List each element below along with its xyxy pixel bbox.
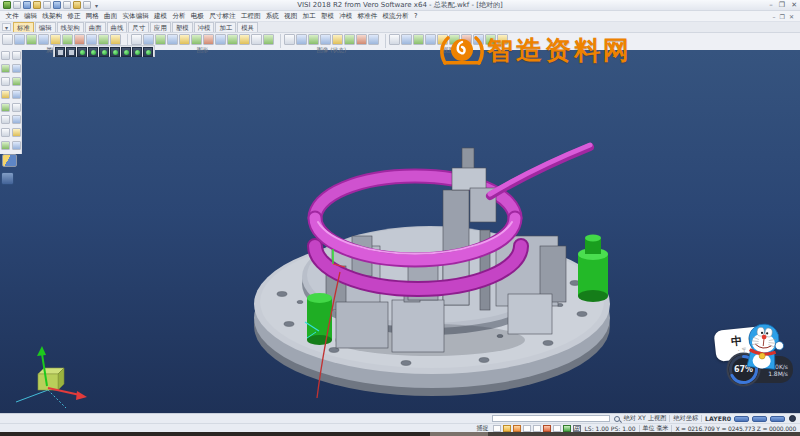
tab-tooling[interactable]: 模具 <box>237 22 258 32</box>
menu-item-edit[interactable]: 编辑 <box>21 12 39 21</box>
menu-item-mesh[interactable]: 网格 <box>83 12 101 21</box>
toolbar-icon[interactable] <box>179 34 190 45</box>
snap-icon[interactable] <box>553 425 561 432</box>
open-file-icon[interactable] <box>23 1 31 9</box>
menu-item-dimension[interactable]: 尺寸标注 <box>207 12 239 21</box>
tab-dimension[interactable]: 尺寸 <box>128 22 149 32</box>
toolbar-icon[interactable] <box>356 34 367 45</box>
snap-icon[interactable] <box>523 425 531 432</box>
view-orientation-icon[interactable] <box>99 47 109 57</box>
layer-color-chip[interactable] <box>770 416 785 422</box>
menu-item-surface[interactable]: 曲面 <box>101 12 119 21</box>
toolbar-icon[interactable] <box>38 34 49 45</box>
tab-standard[interactable]: 标准 <box>13 22 34 32</box>
view-mode-indicator[interactable]: 绝对 XY 上视图 <box>623 414 666 423</box>
menu-item-view[interactable]: 视图 <box>281 12 299 21</box>
doc-restore-button[interactable]: ❐ <box>780 13 785 20</box>
qat-dropdown-icon[interactable]: ▾ <box>95 2 98 9</box>
menu-item-drawing[interactable]: 工程图 <box>238 12 263 21</box>
print-icon[interactable] <box>53 1 61 9</box>
new-file-icon[interactable] <box>13 1 21 9</box>
snap-icon[interactable] <box>533 425 541 432</box>
snap-icon[interactable] <box>503 425 511 432</box>
toolbar-icon[interactable] <box>215 34 226 45</box>
menu-item-electrode[interactable]: 电极 <box>188 12 206 21</box>
toolbar-icon[interactable] <box>284 34 295 45</box>
toolbar-icon[interactable] <box>296 34 307 45</box>
tab-curve[interactable]: 曲线 <box>107 22 128 32</box>
view-orientation-icon[interactable] <box>77 47 87 57</box>
leftbar-icon[interactable] <box>12 51 21 60</box>
toolbar-icon[interactable] <box>308 34 319 45</box>
save-all-icon[interactable] <box>43 1 51 9</box>
toolbar-icon[interactable] <box>239 34 250 45</box>
leftbar-icon[interactable] <box>1 103 10 112</box>
coordinate-mode-indicator[interactable]: 绝对坐标 <box>673 414 698 423</box>
toolbar-icon[interactable] <box>155 34 166 45</box>
undo-icon[interactable] <box>63 1 71 9</box>
toolbar-icon[interactable] <box>98 34 109 45</box>
view-orientation-icon[interactable] <box>88 47 98 57</box>
snap-icon[interactable] <box>543 425 551 432</box>
leftbar-icon[interactable] <box>12 141 21 150</box>
view-orientation-icon[interactable] <box>143 47 153 57</box>
menu-item-mould[interactable]: 塑模 <box>318 12 336 21</box>
toolbar-icon[interactable] <box>461 34 472 45</box>
snap-icon[interactable] <box>513 425 521 432</box>
leftbar-icon[interactable] <box>12 77 21 86</box>
toolbar-icon[interactable] <box>389 34 400 45</box>
view-orientation-icon[interactable] <box>132 47 142 57</box>
save-icon[interactable] <box>33 1 41 9</box>
toolbar-icon[interactable] <box>203 34 214 45</box>
tab-edit[interactable]: 编辑 <box>35 22 56 32</box>
toolbar-icon[interactable] <box>143 34 154 45</box>
tabbar-dropdown-icon[interactable]: ▾ <box>2 23 11 31</box>
menu-item-flow-analysis[interactable]: 模流分析 <box>380 12 412 21</box>
restore-button[interactable]: ❐ <box>779 1 785 10</box>
viewport-3d[interactable] <box>0 50 800 413</box>
leftbar-icon[interactable] <box>12 103 21 112</box>
toolbar-icon[interactable] <box>191 34 202 45</box>
tab-progress[interactable]: 冲模 <box>194 22 215 32</box>
layer-color-chip[interactable] <box>734 416 749 422</box>
menu-item-modify[interactable]: 修正 <box>65 12 83 21</box>
tab-application[interactable]: 应用 <box>150 22 171 32</box>
toolbar-icon[interactable] <box>437 34 448 45</box>
toolbar-icon[interactable] <box>425 34 436 45</box>
toolbar-icon[interactable] <box>263 34 274 45</box>
menu-item-standard-parts[interactable]: 标准件 <box>355 12 380 21</box>
toolbar-icon[interactable] <box>26 34 37 45</box>
help-icon[interactable] <box>83 1 91 9</box>
leftbar-icon[interactable] <box>1 64 10 73</box>
toolbar-icon[interactable] <box>497 34 508 45</box>
leftbar-icon[interactable] <box>12 115 21 124</box>
toolbar-icon[interactable] <box>332 34 343 45</box>
minimize-button[interactable]: – <box>769 1 773 10</box>
leftbar-icon[interactable] <box>1 90 10 99</box>
toolbar-icon[interactable] <box>344 34 355 45</box>
tab-machining[interactable]: 加工 <box>215 22 236 32</box>
toolbar-icon[interactable] <box>167 34 178 45</box>
menu-item-analysis[interactable]: 分析 <box>170 12 188 21</box>
leftbar-icon[interactable] <box>1 141 10 150</box>
leftbar-icon[interactable] <box>12 90 21 99</box>
wireframe-mode-icon[interactable] <box>66 47 76 57</box>
menu-item-modeling[interactable]: 建模 <box>151 12 169 21</box>
leftbar-icon[interactable] <box>12 64 21 73</box>
toolbar-icon[interactable] <box>449 34 460 45</box>
shade-mode-icon[interactable] <box>55 47 65 57</box>
view-orientation-icon[interactable] <box>110 47 120 57</box>
menu-item-file[interactable]: 文件 <box>3 12 21 21</box>
toolbar-icon[interactable] <box>227 34 238 45</box>
tab-surface[interactable]: 曲面 <box>85 22 106 32</box>
leftbar-icon[interactable] <box>1 115 10 124</box>
toolbar-icon[interactable] <box>14 34 25 45</box>
menu-item-solid-edit[interactable]: 实体编辑 <box>120 12 152 21</box>
menu-item-progress[interactable]: 冲模 <box>337 12 355 21</box>
toolbar-icon[interactable] <box>62 34 73 45</box>
toolbar-icon[interactable] <box>413 34 424 45</box>
toolbar-icon[interactable] <box>50 34 61 45</box>
toolbar-icon[interactable] <box>131 34 142 45</box>
menu-item-system[interactable]: 系统 <box>263 12 281 21</box>
refresh-icon[interactable] <box>563 425 571 432</box>
